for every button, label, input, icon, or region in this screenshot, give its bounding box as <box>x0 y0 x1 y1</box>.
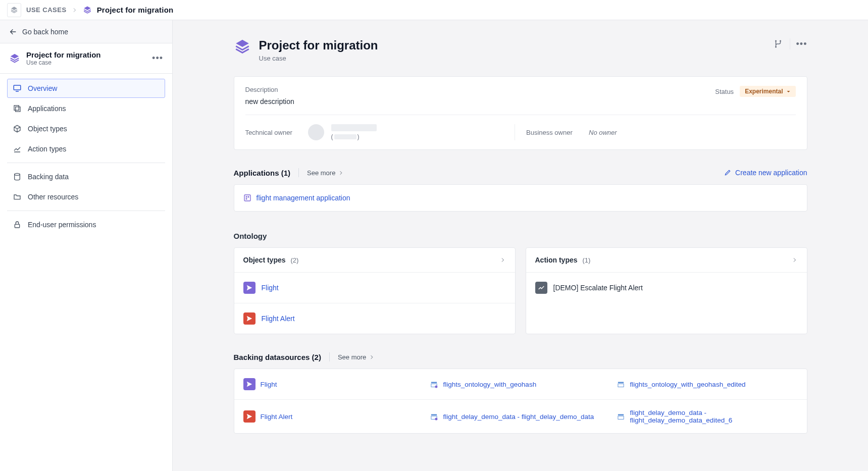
datasource-name: flights_ontology_with_geohash_edited <box>630 381 746 388</box>
datasource-link[interactable]: flight_delay_demo_data - flight_delay_de… <box>617 409 798 424</box>
page-title: Project for migration <box>259 38 764 53</box>
monitor-icon <box>13 84 22 93</box>
sidebar-item-label: Object types <box>28 125 67 133</box>
sidebar-item-object-types[interactable]: Object types <box>7 119 165 138</box>
business-owner-label: Business owner <box>526 129 582 136</box>
svg-rect-11 <box>245 198 247 200</box>
plane-icon <box>243 410 256 423</box>
chevron-right-icon <box>369 354 375 360</box>
svg-point-7 <box>775 46 777 48</box>
sidebar-item-label: Overview <box>28 84 57 92</box>
svg-point-6 <box>780 40 781 42</box>
sidebar-item-applications[interactable]: Applications <box>7 99 165 118</box>
datasource-object[interactable]: Flight <box>243 378 424 390</box>
datasource-name: flight_delay_demo_data - flight_delay_de… <box>443 413 594 421</box>
actions-filter-button[interactable] <box>773 38 784 49</box>
description-label: Description <box>245 86 294 93</box>
applications-section-head: Applications (1) See more Create new app… <box>234 168 807 177</box>
plane-icon <box>243 282 256 294</box>
dataset-icon <box>430 412 438 421</box>
technical-owner-cell: Technical owner ( ) <box>245 124 515 140</box>
app-icon <box>243 194 251 202</box>
svg-rect-21 <box>618 416 624 419</box>
applications-see-more[interactable]: See more <box>307 169 344 177</box>
more-actions-button[interactable]: ••• <box>796 38 807 49</box>
layers-icon <box>9 53 20 64</box>
status-selector[interactable]: Experimental <box>740 86 795 97</box>
go-back-home[interactable]: Go back home <box>0 20 172 43</box>
object-type-row[interactable]: Flight <box>234 273 515 303</box>
description-panel: Description new description Status Exper… <box>234 76 807 150</box>
dataset-icon <box>617 412 625 421</box>
action-icon <box>535 282 547 294</box>
chevron-right-icon <box>500 257 506 263</box>
plane-icon <box>243 378 256 390</box>
layers-icon <box>10 6 18 14</box>
breadcrumb: USE CASES Project for migration <box>0 0 868 20</box>
sidebar-item-end-user-permissions[interactable]: End-user permissions <box>7 215 165 234</box>
sidebar-item-backing-data[interactable]: Backing data <box>7 167 165 186</box>
sidebar-nav: Overview Applications Object types Actio… <box>0 74 172 240</box>
pencil-icon <box>724 169 731 176</box>
apps-icon <box>13 104 22 113</box>
object-type-row[interactable]: Flight Alert <box>234 303 515 334</box>
status-value: Experimental <box>745 88 783 95</box>
datasource-name: flight_delay_demo_data - flight_delay_de… <box>630 409 798 424</box>
page-header: Project for migration Use case ••• <box>234 38 807 62</box>
applications-list: flight management application <box>234 184 807 212</box>
action-types-count: (1) <box>582 256 590 264</box>
datasource-name: flights_ontology_with_geohash <box>443 381 537 388</box>
sidebar-item-other-resources[interactable]: Other resources <box>7 187 165 206</box>
svg-rect-17 <box>431 414 437 415</box>
sidebar-item-label: Backing data <box>28 173 69 181</box>
svg-point-14 <box>435 385 437 388</box>
description-value: new description <box>245 97 294 106</box>
datasource-link[interactable]: flights_ontology_with_geohash <box>430 380 611 388</box>
svg-point-3 <box>15 173 20 175</box>
project-more-button[interactable]: ••• <box>152 53 163 64</box>
sidebar-item-overview[interactable]: Overview <box>7 79 165 98</box>
datasource-object[interactable]: Flight Alert <box>243 410 424 423</box>
breadcrumb-root-icon[interactable] <box>7 3 21 17</box>
chevron-down-icon <box>786 89 791 94</box>
datasource-object-name: Flight Alert <box>261 413 293 421</box>
breadcrumb-root[interactable]: USE CASES <box>26 6 67 14</box>
technical-owner-label: Technical owner <box>245 129 301 136</box>
datasources-see-more[interactable]: See more <box>338 353 375 361</box>
svg-rect-9 <box>245 196 247 198</box>
go-back-label: Go back home <box>22 28 68 36</box>
svg-rect-1 <box>14 106 19 110</box>
breadcrumb-current[interactable]: Project for migration <box>97 6 174 14</box>
create-application-button[interactable]: Create new application <box>724 169 807 177</box>
svg-rect-12 <box>431 382 437 383</box>
object-type-name: Flight Alert <box>262 315 295 323</box>
project-subtitle: Use case <box>26 59 146 66</box>
sidebar-item-label: Applications <box>28 104 66 113</box>
action-type-row[interactable]: [DEMO] Escalate Flight Alert <box>526 273 807 303</box>
sidebar-item-action-types[interactable]: Action types <box>7 139 165 159</box>
svg-rect-20 <box>618 414 624 415</box>
object-type-name: Flight <box>262 284 279 292</box>
datasource-object-name: Flight <box>261 381 277 388</box>
object-types-header[interactable]: Object types (2) <box>234 248 515 273</box>
svg-rect-15 <box>618 382 624 383</box>
svg-rect-10 <box>247 196 249 198</box>
arrow-left-icon <box>9 28 17 36</box>
svg-point-19 <box>435 417 437 420</box>
datasource-link[interactable]: flight_delay_demo_data - flight_delay_de… <box>430 412 611 421</box>
object-types-card: Object types (2) Flight <box>234 247 516 334</box>
datasources-list: Flight flights_ontology_with_geohash fli… <box>234 369 807 434</box>
no-owner-text: No owner <box>589 129 617 136</box>
datasource-row: Flight flights_ontology_with_geohash fli… <box>234 369 807 399</box>
application-row[interactable]: flight management application <box>234 185 807 211</box>
status-label: Status <box>715 88 734 95</box>
applications-title: Applications (1) <box>234 169 291 177</box>
application-name: flight management application <box>257 194 350 202</box>
object-types-title: Object types <box>243 256 286 264</box>
chevron-right-icon <box>792 257 798 263</box>
datasource-link[interactable]: flights_ontology_with_geohash_edited <box>617 380 798 388</box>
dataset-icon <box>430 380 438 388</box>
svg-rect-2 <box>16 107 20 112</box>
action-types-header[interactable]: Action types (1) <box>526 248 807 273</box>
svg-rect-0 <box>14 85 21 90</box>
